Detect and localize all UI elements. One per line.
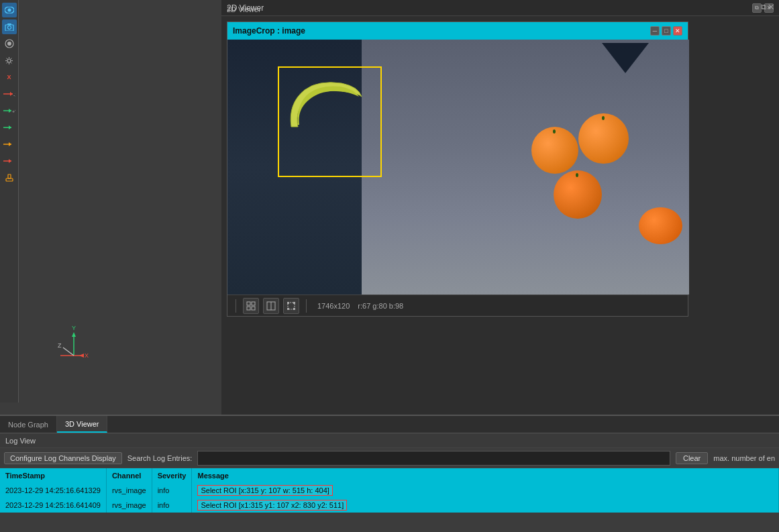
svg-text:Z: Z [58, 342, 62, 349]
svg-marker-15 [9, 125, 11, 129]
tab-3d-viewer[interactable]: 3D Viewer [57, 416, 108, 433]
toolbar-divider-2 [306, 299, 307, 313]
col-channel: Channel [106, 468, 152, 483]
y-axis-icon[interactable] [2, 120, 17, 135]
center-float-icon[interactable]: ⧉ [752, 3, 762, 13]
left-toolbar: X -X +Y [0, 0, 19, 403]
svg-marker-9 [10, 92, 13, 96]
message-highlight: Select ROI [x1:315 y1: 107 x2: 830 y2: 5… [197, 500, 347, 511]
scene-right-bg [362, 40, 689, 295]
inner-viewer-label: 2D Viewer [227, 5, 261, 13]
sub-window: ImageCrop : image ─ □ ✕ [227, 21, 688, 317]
z-axis-icon[interactable] [2, 137, 17, 152]
sub-maximize-btn[interactable]: □ [662, 26, 671, 36]
orange-fruit-2 [578, 113, 629, 164]
settings-icon[interactable] [2, 53, 17, 68]
svg-rect-40 [293, 308, 295, 310]
log-cell-timestamp: 2023-12-29 14:25:16.641409 [0, 498, 106, 513]
log-view-header: Log View [0, 433, 779, 448]
viewer-toolbar: 1746x120 r:67 g:80 b:98 [227, 295, 688, 316]
svg-marker-23 [72, 332, 76, 337]
center-window-titlebar: 2D Viewer ⧉ ✕ [221, 0, 779, 16]
tool-icon[interactable] [2, 170, 17, 185]
sub-window-controls: ─ □ ✕ [650, 26, 682, 36]
camera-icon[interactable] [2, 19, 17, 34]
col-timestamp: TimeStamp [0, 468, 106, 483]
search-log-input[interactable] [197, 451, 670, 466]
svg-rect-21 [8, 174, 11, 178]
minus-x-icon[interactable]: -X [2, 87, 17, 101]
configure-log-btn[interactable]: Configure Log Channels Display [4, 452, 122, 464]
viewer-dimensions: 1746x120 [317, 302, 350, 310]
svg-rect-32 [247, 307, 250, 310]
log-table-row[interactable]: 2023-12-29 14:25:16.641409rvs_imageinfoS… [0, 498, 779, 513]
log-table-header-row: TimeStamp Channel Severity Message [0, 468, 779, 483]
clear-log-btn[interactable]: Clear [676, 452, 708, 464]
toolbar-divider-1 [236, 299, 236, 313]
svg-marker-12 [9, 109, 11, 113]
sub-minimize-btn[interactable]: ─ [650, 26, 660, 36]
layout-btn[interactable] [263, 298, 279, 314]
svg-text:Y: Y [72, 325, 76, 331]
inner-viewer-float-btn[interactable]: ⧉ ✕ [761, 3, 774, 11]
viewer-color-info: r:67 g:80 b:98 [358, 302, 403, 310]
svg-marker-17 [9, 142, 11, 146]
search-log-label: Search Log Entries: [127, 454, 193, 462]
tab-bar: Node Graph 3D Viewer [0, 416, 779, 433]
col-message: Message [192, 468, 779, 483]
eye-icon[interactable] [2, 3, 17, 17]
svg-point-7 [7, 59, 11, 62]
log-cell-severity: info [152, 498, 192, 513]
svg-point-3 [7, 26, 11, 30]
svg-rect-30 [247, 302, 250, 305]
svg-marker-26 [79, 354, 84, 358]
orange-fruit-1 [531, 127, 578, 174]
max-number-label: max. number of en [713, 454, 775, 462]
triangle-decoration [602, 43, 649, 73]
plus-x-icon[interactable]: +Y [2, 103, 17, 118]
svg-rect-31 [252, 302, 255, 305]
axis-indicator: Y X Z [54, 322, 94, 362]
col-severity: Severity [152, 468, 192, 483]
orange-fruit-3 [554, 170, 602, 219]
svg-point-6 [7, 42, 11, 46]
log-table: TimeStamp Channel Severity Message 2023-… [0, 468, 779, 513]
svg-marker-19 [9, 159, 11, 163]
bottom-panel: Node Graph 3D Viewer Log View Configure … [0, 415, 779, 532]
message-highlight: Select ROI [x:315 y: 107 w: 515 h: 404] [197, 485, 332, 496]
log-table-row[interactable]: 2023-12-29 14:25:16.641329rvs_imageinfoS… [0, 483, 779, 498]
grid-view-btn[interactable] [243, 298, 259, 314]
tab-node-graph[interactable]: Node Graph [0, 416, 57, 433]
roi-box [278, 66, 382, 177]
minus-z-icon[interactable] [2, 154, 17, 168]
image-canvas [227, 40, 689, 295]
svg-rect-33 [252, 307, 255, 310]
center-window: 2D Viewer ⧉ ✕ ImageCrop : image ─ □ ✕ [221, 0, 779, 415]
log-cell-message: Select ROI [x1:315 y1: 107 x2: 830 y2: 5… [192, 498, 779, 513]
log-cell-timestamp: 2023-12-29 14:25:16.641329 [0, 483, 106, 498]
log-cell-channel: rvs_image [106, 483, 152, 498]
log-cell-channel: rvs_image [106, 498, 152, 513]
orange-fruit-4 [639, 207, 682, 244]
svg-text:-X: -X [13, 93, 15, 97]
svg-text:+Y: +Y [12, 109, 15, 114]
svg-point-1 [7, 9, 11, 12]
svg-rect-38 [293, 302, 295, 304]
svg-rect-4 [7, 23, 11, 25]
log-cell-severity: info [152, 483, 192, 498]
log-toolbar: Configure Log Channels Display Search Lo… [0, 448, 779, 468]
svg-line-28 [63, 348, 74, 356]
select-rect-btn[interactable] [283, 298, 299, 314]
sub-window-titlebar: ImageCrop : image ─ □ ✕ [227, 22, 688, 40]
log-cell-message: Select ROI [x:315 y: 107 w: 515 h: 404] [192, 483, 779, 498]
sub-close-btn[interactable]: ✕ [673, 26, 682, 36]
svg-rect-20 [6, 178, 13, 181]
x-axis-icon[interactable]: X [2, 70, 17, 85]
record-icon[interactable] [2, 36, 17, 51]
svg-rect-37 [287, 302, 289, 304]
svg-rect-39 [287, 308, 289, 310]
sub-window-title: ImageCrop : image [233, 26, 305, 36]
svg-text:X: X [85, 352, 89, 359]
